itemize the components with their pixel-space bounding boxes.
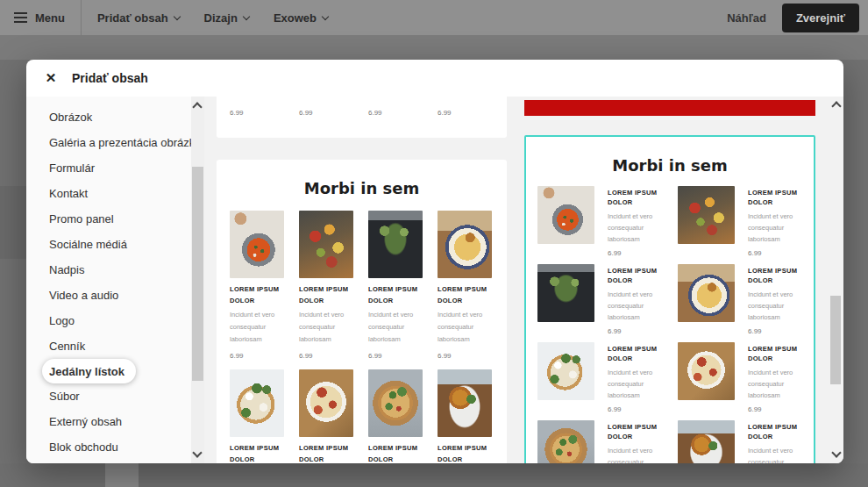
dish-price: 6.99	[608, 327, 671, 335]
publish-button[interactable]: Zverejniť	[782, 4, 859, 32]
dish-row: LOREM IPSUM DOLOR Incidunt et vero conse…	[537, 342, 678, 413]
calzone-image	[678, 420, 735, 463]
dish-name: LOREM IPSUM DOLOR	[438, 442, 494, 463]
bruschetta-image	[678, 186, 735, 244]
dish-name: LOREM IPSUM DOLOR	[748, 344, 811, 363]
content-scrollbar[interactable]	[829, 97, 842, 463]
modal-body: Obrázok Galéria a prezentácia obrázkov F…	[26, 97, 843, 463]
dimmed-page-band	[105, 463, 139, 487]
dish-list: LOREM IPSUM DOLOR Incidunt et vero conse…	[526, 186, 814, 463]
tomato-soup-image	[230, 211, 284, 278]
content-scrollbar-thumb[interactable]	[830, 296, 841, 384]
dish-name: LOREM IPSUM DOLOR	[748, 266, 811, 285]
dish-description: Incidunt et vero consequatur laboriosam	[368, 309, 428, 346]
dish-description: Incidunt et vero consequatur laboriosam	[608, 289, 669, 323]
sidebar-item-nadpis[interactable]: Nadpis	[26, 257, 191, 283]
close-icon[interactable]: ✕	[43, 70, 59, 86]
sidebar-item-socialne-media[interactable]: Sociálne médiá	[26, 232, 191, 257]
sidebar-item-video-a-audio[interactable]: Video a audio	[26, 283, 191, 308]
sidebar-scrollbar[interactable]	[191, 97, 204, 463]
chevron-down-icon	[243, 13, 250, 20]
sidebar-item-externy-obsah[interactable]: Externý obsah	[26, 409, 191, 434]
chevron-down-icon	[322, 13, 329, 20]
dish-description: Incidunt et vero consequatur laboriosam	[748, 367, 809, 401]
scroll-up-icon[interactable]	[831, 101, 841, 111]
sidebar-item-formular[interactable]: Formulár	[26, 155, 191, 181]
design-button[interactable]: Dizajn	[192, 0, 261, 35]
dish-grid: LOREM IPSUM DOLOR Incidunt et vero conse…	[217, 211, 507, 463]
dish-price: 6.99	[230, 352, 284, 360]
sidebar-item-kontakt[interactable]: Kontakt	[26, 181, 191, 206]
dish-row: LOREM IPSUM DOLOR Incidunt et vero conse…	[537, 264, 678, 335]
menu-template-grid[interactable]: Morbi in sem LOREM IPSUM DOLOR Incidunt …	[217, 160, 507, 463]
dish-row: LOREM IPSUM DOLOR Incidunt et vero conse…	[678, 342, 818, 413]
dish-price: 6.99	[748, 405, 811, 413]
dish-price: 6.99	[368, 109, 423, 117]
dish-price: 6.99	[438, 109, 492, 117]
dimmed-page-band	[0, 35, 868, 60]
dish-card: LOREM IPSUM DOLOR Incidunt et vero conse…	[438, 211, 492, 369]
dish-name: LOREM IPSUM DOLOR	[368, 283, 424, 306]
dish-price: 6.99	[230, 109, 284, 117]
dish-row: LOREM IPSUM DOLOR Incidunt et vero conse…	[678, 186, 818, 257]
menu-template-red-partial[interactable]	[524, 100, 815, 116]
dish-price: 6.99	[438, 352, 492, 360]
dish-name: LOREM IPSUM DOLOR	[438, 283, 494, 306]
dish-name: LOREM IPSUM DOLOR	[608, 188, 671, 207]
preview-button[interactable]: Náhľad	[711, 11, 782, 25]
spinach-pizza-image	[537, 342, 594, 400]
toolbar-right-group: Náhľad Zverejniť	[711, 4, 868, 32]
menu-button[interactable]: Menu	[0, 0, 77, 35]
dish-price: 6.99	[748, 249, 811, 257]
site-menu-button[interactable]: Exoweb	[261, 0, 340, 35]
dish-name: LOREM IPSUM DOLOR	[608, 422, 671, 441]
menu-template-partial[interactable]: 6.99 6.99 6.99 6.99	[217, 97, 507, 138]
spaghetti-image	[438, 211, 492, 278]
dish-description: Incidunt et vero consequatur laboriosam	[748, 445, 809, 463]
toolbar-divider	[81, 0, 82, 35]
sidebar-item-jedalny-listok[interactable]: Jedálny lístok	[42, 359, 136, 383]
dish-price: 6.99	[608, 405, 671, 413]
dish-card: LOREM IPSUM DOLOR Incidunt et vero conse…	[368, 369, 423, 463]
dish-price: 6.99	[748, 327, 811, 335]
dish-card: LOREM IPSUM DOLOR Incidunt et vero conse…	[368, 211, 423, 369]
sidebar-item-subor[interactable]: Súbor	[26, 383, 191, 409]
arugula-pizza-image	[368, 369, 423, 437]
editor-toolbar: Menu Pridať obsah Dizajn Exoweb Náhľad Z…	[0, 0, 868, 35]
sidebar-item-cennik[interactable]: Cenník	[26, 333, 191, 359]
modal-header: ✕ Pridať obsah	[26, 60, 843, 97]
prosciutto-pizza-image	[678, 342, 735, 400]
scroll-down-icon[interactable]	[192, 448, 202, 457]
add-content-button[interactable]: Pridať obsah	[85, 0, 192, 35]
sidebar-item-obrazok[interactable]: Obrázok	[26, 104, 191, 130]
add-content-modal: ✕ Pridať obsah Obrázok Galéria a prezent…	[26, 60, 843, 463]
scroll-down-icon[interactable]	[831, 448, 841, 457]
sidebar-scrollbar-thumb[interactable]	[192, 167, 203, 381]
sidebar-item-logo[interactable]: Logo	[26, 308, 191, 333]
partial-price-row: 6.99 6.99 6.99 6.99	[217, 97, 507, 117]
template-title: Morbi in sem	[217, 160, 507, 197]
menu-template-list-selected[interactable]: Morbi in sem LOREM IPSUM DOLOR Incidunt …	[524, 135, 815, 463]
dish-name: LOREM IPSUM DOLOR	[368, 442, 424, 463]
design-label: Dizajn	[204, 11, 238, 25]
dish-name: LOREM IPSUM DOLOR	[299, 283, 355, 306]
dish-name: LOREM IPSUM DOLOR	[230, 283, 286, 306]
dish-row: LOREM IPSUM DOLOR Incidunt et vero conse…	[537, 420, 678, 463]
sidebar-item-galeria[interactable]: Galéria a prezentácia obrázkov	[26, 130, 191, 155]
template-gallery: 6.99 6.99 6.99 6.99 Morbi in sem LOREM I…	[204, 97, 843, 463]
dish-name: LOREM IPSUM DOLOR	[748, 188, 811, 207]
dish-name: LOREM IPSUM DOLOR	[608, 344, 671, 363]
modal-title: Pridať obsah	[72, 71, 148, 85]
sidebar-item-promo-panel[interactable]: Promo panel	[26, 206, 191, 232]
calzone-image	[438, 369, 492, 437]
arugula-pizza-image	[537, 420, 594, 463]
herb-salad-image	[368, 211, 423, 278]
dish-row: LOREM IPSUM DOLOR Incidunt et vero conse…	[678, 420, 818, 463]
toolbar-left-group: Menu Pridať obsah Dizajn Exoweb	[0, 0, 340, 35]
dish-row: LOREM IPSUM DOLOR Incidunt et vero conse…	[678, 264, 818, 335]
dish-description: Incidunt et vero consequatur laboriosam	[438, 309, 497, 346]
dish-description: Incidunt et vero consequatur laboriosam	[608, 211, 669, 245]
sidebar-item-blok-obchodu[interactable]: Blok obchodu	[26, 434, 191, 460]
hamburger-icon	[14, 12, 27, 23]
scroll-up-icon[interactable]	[192, 102, 202, 111]
